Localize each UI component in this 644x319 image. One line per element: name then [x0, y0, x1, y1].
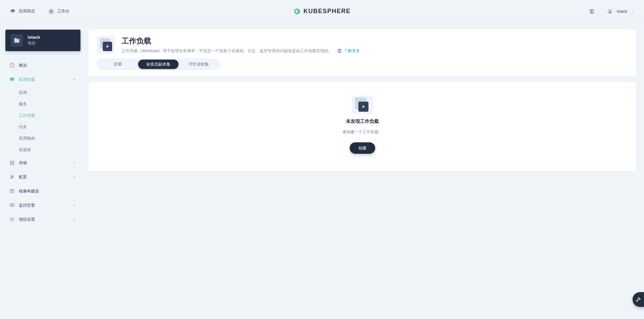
project-subtitle: 项目 — [28, 40, 40, 46]
user-name: lstack — [617, 9, 627, 14]
top-brand[interactable]: KUBESPHERE — [293, 8, 351, 15]
sub-services[interactable]: 服务 — [5, 98, 80, 110]
svg-point-8 — [11, 219, 13, 220]
page-head-top: 工作负载 工作负载（Workload）用于处理业务请求，可包含一个或多个容器组。… — [97, 36, 628, 54]
nav-project-settings[interactable]: 项目设置 — [5, 213, 80, 226]
learn-more-link[interactable]: 了解更多 — [344, 48, 360, 54]
caret-down-icon — [631, 10, 635, 13]
create-button[interactable]: 创建 — [350, 142, 375, 154]
brand-logo-icon — [293, 8, 301, 15]
sub-apps-label: 应用 — [19, 90, 27, 96]
nav-app-workloads[interactable]: 应用负载 — [5, 73, 80, 86]
image-builder-icon — [9, 188, 15, 194]
sub-workloads-label: 工作负载 — [19, 113, 35, 118]
nav-app-workloads-label: 应用负载 — [19, 77, 35, 82]
link-app-store[interactable]: 应用商店 — [10, 8, 35, 14]
top-left: 应用商店 工作台 — [10, 8, 69, 14]
chevron-up-icon — [72, 77, 76, 81]
tab-daemonsets-label: 守护进程集 — [189, 62, 209, 67]
user-menu[interactable]: lstack — [607, 9, 635, 14]
gear-icon — [9, 217, 15, 222]
sub-pods[interactable]: 容器组 — [5, 144, 80, 155]
docs-icon[interactable] — [589, 9, 594, 14]
sub-workloads[interactable]: 工作负载 — [5, 110, 80, 121]
tab-statefulsets-label: 有状态副本集 — [146, 62, 170, 67]
brand-text: KUBESPHERE — [303, 8, 351, 15]
app-store-icon — [10, 9, 15, 14]
nav-overview-label: 概览 — [19, 63, 27, 68]
dashboard-icon — [9, 63, 15, 68]
workload-big-icon — [97, 36, 115, 54]
content-card: 未发现工作负载 请创建一个工作负载。 创建 — [89, 82, 636, 171]
project-texts: lstack 项目 — [28, 35, 40, 46]
sidebar: lstack 项目 概览 应用负载 应用 — [0, 23, 86, 319]
sidebar-nav: 概览 应用负载 应用 服务 工作负载 任务 应用路由 容器组 — [5, 59, 80, 226]
link-app-store-label: 应用商店 — [19, 8, 35, 14]
nav-config-label: 配置 — [19, 174, 27, 180]
page-description: 工作负载（Workload）用于处理业务请求，可包含一个或多个容器组。日志、监控… — [122, 48, 332, 54]
chevron-down-icon — [72, 175, 76, 179]
nav-image-builder-label: 镜像构建器 — [19, 188, 39, 194]
nav-config[interactable]: 配置 — [5, 170, 80, 184]
nav-image-builder[interactable]: 镜像构建器 — [5, 184, 80, 198]
workbench-icon — [49, 9, 54, 14]
main: 工作负载 工作负载（Workload）用于处理业务请求，可包含一个或多个容器组。… — [86, 23, 644, 319]
monitor-icon — [9, 203, 15, 208]
page-head: 工作负载 工作负载（Workload）用于处理业务请求，可包含一个或多个容器组。… — [89, 30, 636, 76]
wrench-icon — [9, 174, 15, 180]
svg-point-1 — [51, 11, 52, 12]
svg-point-2 — [609, 10, 611, 11]
sub-routes[interactable]: 应用路由 — [5, 133, 80, 144]
sub-jobs[interactable]: 任务 — [5, 121, 80, 133]
tab-statefulsets[interactable]: 有状态副本集 — [138, 60, 179, 69]
project-icon — [11, 34, 23, 46]
link-workbench-label: 工作台 — [57, 8, 69, 14]
chevron-down-icon — [72, 161, 76, 165]
project-card[interactable]: lstack 项目 — [5, 30, 80, 51]
project-name: lstack — [28, 35, 40, 40]
link-workbench[interactable]: 工作台 — [49, 8, 69, 14]
page-title: 工作负载 — [122, 36, 360, 46]
hammer-icon — [636, 297, 641, 302]
top-header: 应用商店 工作台 KUBESPHERE lstack — [0, 0, 644, 23]
sub-jobs-label: 任务 — [19, 124, 27, 130]
nav-storage-label: 存储 — [19, 160, 27, 166]
empty-title: 未发现工作负载 — [346, 118, 379, 125]
chevron-down-icon — [72, 217, 76, 221]
empty-desc: 请创建一个工作负载。 — [342, 129, 383, 135]
nav-monitor-alert[interactable]: 监控告警 — [5, 199, 80, 212]
svg-rect-4 — [10, 161, 14, 163]
top-right: lstack — [589, 9, 635, 14]
nav-monitor-alert-label: 监控告警 — [19, 203, 35, 208]
chevron-down-icon — [72, 203, 76, 207]
sub-pods-label: 容器组 — [19, 147, 31, 153]
learn-more: 了解更多 — [337, 48, 360, 54]
storage-icon — [9, 160, 15, 166]
tabs-wrap: 部署 有状态副本集 守护进程集 — [97, 59, 628, 70]
empty-illustration-icon — [352, 96, 373, 114]
sub-routes-label: 应用路由 — [19, 136, 35, 141]
nav-project-settings-label: 项目设置 — [19, 217, 35, 222]
tabs: 部署 有状态副本集 守护进程集 — [97, 59, 220, 70]
nav-storage[interactable]: 存储 — [5, 156, 80, 170]
nav-overview[interactable]: 概览 — [5, 59, 80, 72]
tab-deployments-label: 部署 — [114, 62, 122, 67]
sub-apps[interactable]: 应用 — [5, 87, 80, 98]
avatar-icon — [607, 9, 613, 14]
page-desc-row: 工作负载（Workload）用于处理业务请求，可包含一个或多个容器组。日志、监控… — [122, 48, 360, 54]
tab-deployments[interactable]: 部署 — [98, 60, 138, 69]
layout: lstack 项目 概览 应用负载 应用 — [0, 23, 644, 319]
svg-rect-5 — [10, 163, 14, 165]
tab-daemonsets[interactable]: 守护进程集 — [179, 60, 219, 69]
page-texts: 工作负载 工作负载（Workload）用于处理业务请求，可包含一个或多个容器组。… — [122, 36, 360, 54]
doc-icon — [337, 48, 342, 53]
sub-services-label: 服务 — [19, 101, 27, 107]
nav-app-workloads-sub: 应用 服务 工作负载 任务 应用路由 容器组 — [5, 87, 80, 155]
layers-icon — [9, 77, 15, 82]
